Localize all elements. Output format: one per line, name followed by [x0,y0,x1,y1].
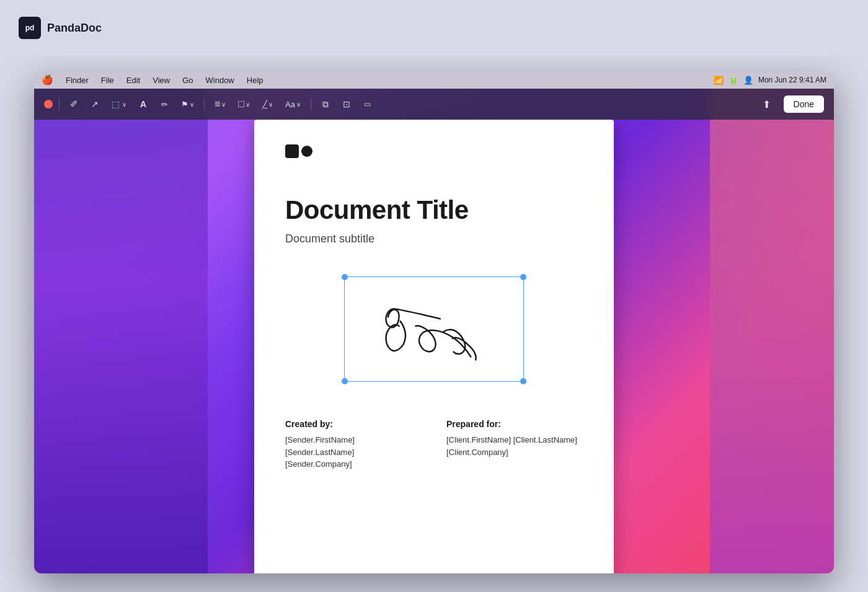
text-tool-button[interactable]: A [134,95,153,113]
document-footer: Created by: [Sender.FirstName] [Sender.L… [285,419,583,471]
created-by-label: Created by: [285,419,422,429]
wifi-icon: 📶 [714,76,724,85]
handle-top-right[interactable] [520,274,526,280]
gradient-right [710,89,834,573]
pandadoc-logo-icon: pd [19,17,41,39]
menubar-right: 📶 🔋 👤 Mon Jun 22 9:41 AM [714,71,826,89]
arrow-tool-button[interactable]: ↗ [86,95,104,113]
done-button[interactable]: Done [784,95,824,113]
pandadoc-logo-text: PandaDoc [47,22,102,35]
pencil-icon: ✐ [70,99,78,110]
menu-view[interactable]: View [148,74,175,86]
logo-shape-square [285,144,299,158]
pen-tool-button[interactable]: ✏ [155,95,174,113]
document-logo [285,144,583,158]
document-title[interactable]: Document Title [285,195,583,225]
document-inner: Document Title Document subtitle [254,120,614,495]
signature-container[interactable] [344,276,524,382]
user-icon: 👤 [743,76,753,85]
logo-letters: pd [25,24,35,32]
gradient-left [34,89,208,573]
handle-bottom-left[interactable] [342,378,348,384]
crop-icon: ⊡ [343,99,350,109]
signature-svg [345,277,523,381]
created-by-section: Created by: [Sender.FirstName] [Sender.L… [285,419,422,471]
pen-icon: ✏ [161,100,168,109]
menu-edit[interactable]: Edit [122,74,145,86]
toolbar-sep-1 [59,98,60,110]
shape-group-dropdown[interactable]: ⬚ ∨ [107,97,131,112]
shape-group-icon: ⬚ [112,99,120,109]
document-container: Document Title Document subtitle [254,120,614,573]
text-tool-icon: A [140,99,146,109]
menu-help[interactable]: Help [242,74,268,86]
toolbar: ✐ ↗ ⬚ ∨ A ✏ ⚑ ∨ ≡ ∨ □ [34,89,834,120]
window-close-button[interactable] [44,100,53,108]
pencil-tool-button[interactable]: ✐ [64,95,83,113]
duplicate-icon: ⧉ [322,99,329,110]
handle-bottom-right[interactable] [520,378,526,384]
share-icon: ⬆ [763,99,771,110]
menu-finder[interactable]: Finder [61,74,94,86]
fill-icon: ╱ [262,100,267,109]
stamp-dropdown[interactable]: ⚑ ∨ [176,97,199,112]
macos-window: 🍎 Finder File Edit View Go Window Help 📶… [34,71,834,573]
apple-menu-icon[interactable]: 🍎 [42,74,53,86]
prepared-for-section: Prepared for: [Client.FirstName] [Client… [446,419,583,471]
toolbar-sep-2 [204,98,205,110]
fill-dropdown[interactable]: ╱ ∨ [257,97,278,112]
stamp-icon: ⚑ [181,100,188,109]
font-size-icon: Aa [285,100,295,109]
arrow-icon: ↗ [91,99,99,109]
macos-menubar: 🍎 Finder File Edit View Go Window Help 📶… [34,71,834,89]
logo-shape-circle [301,146,312,157]
lines-chevron: ∨ [221,101,226,108]
border-chevron: ∨ [246,101,250,108]
shape-group-chevron: ∨ [122,101,126,108]
share-button[interactable]: ⬆ [758,95,776,113]
lines-icon: ≡ [215,99,220,110]
duplicate-button[interactable]: ⧉ [316,95,335,113]
lines-dropdown[interactable]: ≡ ∨ [210,96,231,112]
menu-file[interactable]: File [96,74,119,86]
pandadoc-header: pd PandaDoc [0,0,868,56]
stamp-chevron: ∨ [190,101,194,108]
border-icon: □ [238,99,244,110]
system-time: Mon Jun 22 9:41 AM [758,76,826,84]
prepared-for-value: [Client.FirstName] [Client.LastName][Cli… [446,434,583,458]
font-size-chevron: ∨ [296,101,301,108]
toolbar-sep-3 [311,98,311,110]
screen-icon: ▭ [364,100,371,108]
menu-go[interactable]: Go [177,74,198,86]
prepared-for-label: Prepared for: [446,419,583,429]
battery-icon: 🔋 [728,76,738,85]
document-subtitle[interactable]: Document subtitle [285,232,583,245]
screen-button[interactable]: ▭ [358,95,377,113]
pandadoc-logo: pd PandaDoc [19,17,102,39]
font-size-dropdown[interactable]: Aa ∨ [280,97,306,112]
created-by-value: [Sender.FirstName] [Sender.LastName][Sen… [285,434,422,471]
menu-window[interactable]: Window [201,74,239,86]
signature-box[interactable] [344,276,524,382]
fill-chevron: ∨ [268,101,273,108]
crop-button[interactable]: ⊡ [337,95,356,113]
handle-top-left[interactable] [342,274,348,280]
border-dropdown[interactable]: □ ∨ [233,96,255,112]
